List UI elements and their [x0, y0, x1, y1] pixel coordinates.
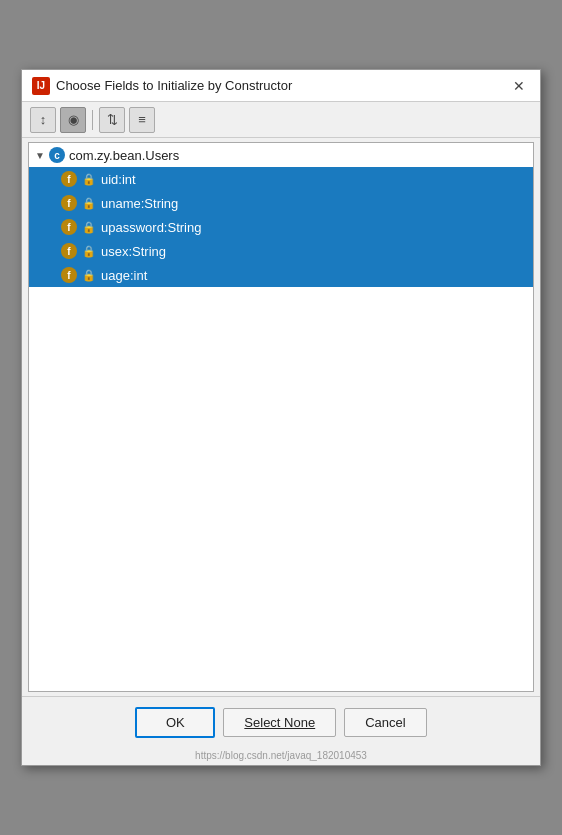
expand-icon: ⇅ — [107, 112, 118, 127]
dialog-footer: OK Select None Cancel — [22, 696, 540, 748]
watermark: https://blog.csdn.net/javaq_182010453 — [22, 748, 540, 765]
tree-item[interactable]: f 🔒 upassword:String — [29, 215, 533, 239]
dialog-title: Choose Fields to Initialize by Construct… — [56, 78, 292, 93]
tree-expand-arrow: ▼ — [35, 150, 45, 161]
field-badge-uid: f — [61, 171, 77, 187]
app-icon: IJ — [32, 77, 50, 95]
tree-item[interactable]: f 🔒 uname:String — [29, 191, 533, 215]
dialog: IJ Choose Fields to Initialize by Constr… — [21, 69, 541, 766]
toolbar-separator-1 — [92, 110, 93, 130]
expand-button[interactable]: ⇅ — [99, 107, 125, 133]
tree-root-node[interactable]: ▼ c com.zy.bean.Users — [29, 143, 533, 167]
field-badge-uage: f — [61, 267, 77, 283]
cancel-button[interactable]: Cancel — [344, 708, 426, 737]
ok-button[interactable]: OK — [135, 707, 215, 738]
field-label-usex: usex:String — [101, 244, 166, 259]
field-label-upassword: upassword:String — [101, 220, 201, 235]
title-bar: IJ Choose Fields to Initialize by Constr… — [22, 70, 540, 102]
title-bar-left: IJ Choose Fields to Initialize by Constr… — [32, 77, 292, 95]
select-none-button[interactable]: Select None — [223, 708, 336, 737]
tree-root-label: com.zy.bean.Users — [69, 148, 179, 163]
collapse-button[interactable]: ≡ — [129, 107, 155, 133]
sort-az-icon: ↕ — [40, 112, 47, 127]
class-badge: c — [49, 147, 65, 163]
field-badge-upassword: f — [61, 219, 77, 235]
tree-items-list: f 🔒 uid:int f 🔒 uname:String f 🔒 upasswo… — [29, 167, 533, 287]
group-icon: ◉ — [68, 112, 79, 127]
collapse-icon: ≡ — [138, 112, 146, 127]
tree-item[interactable]: f 🔒 uid:int — [29, 167, 533, 191]
field-label-uname: uname:String — [101, 196, 178, 211]
lock-icon-upassword: 🔒 — [82, 221, 96, 234]
lock-icon-usex: 🔒 — [82, 245, 96, 258]
field-label-uage: uage:int — [101, 268, 147, 283]
tree-item[interactable]: f 🔒 uage:int — [29, 263, 533, 287]
toolbar: ↕ ◉ ⇅ ≡ — [22, 102, 540, 138]
lock-icon-uid: 🔒 — [82, 173, 96, 186]
field-badge-uname: f — [61, 195, 77, 211]
close-button[interactable]: ✕ — [508, 75, 530, 97]
field-tree[interactable]: ▼ c com.zy.bean.Users f 🔒 uid:int f 🔒 un… — [28, 142, 534, 692]
field-label-uid: uid:int — [101, 172, 136, 187]
group-button[interactable]: ◉ — [60, 107, 86, 133]
sort-az-button[interactable]: ↕ — [30, 107, 56, 133]
lock-icon-uage: 🔒 — [82, 269, 96, 282]
field-badge-usex: f — [61, 243, 77, 259]
lock-icon-uname: 🔒 — [82, 197, 96, 210]
tree-item[interactable]: f 🔒 usex:String — [29, 239, 533, 263]
